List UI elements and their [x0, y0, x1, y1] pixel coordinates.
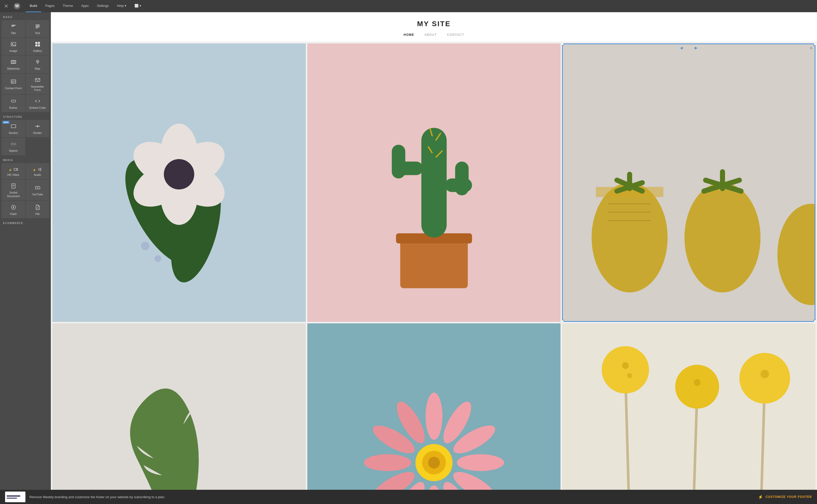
svg-point-68	[592, 183, 668, 292]
svg-point-52	[164, 159, 194, 190]
sidebar-item-newsletter-label: Newsletter Form	[28, 85, 47, 92]
svg-rect-2	[11, 25, 15, 26]
tab-help[interactable]: Help ▾	[113, 0, 130, 12]
sidebar-item-spacer[interactable]: Spacer	[2, 138, 25, 155]
sidebar-item-gallery-label: Gallery	[33, 49, 42, 53]
embed-icon	[35, 98, 40, 105]
sidebar-item-map[interactable]: Map	[26, 56, 49, 73]
sidebar-item-contact-form[interactable]: Contact Form	[2, 74, 25, 94]
sidebar-item-divider[interactable]: Divider	[26, 120, 49, 137]
sidebar-item-text[interactable]: Text	[26, 20, 49, 37]
site-nav-about[interactable]: ABOUT	[425, 33, 437, 37]
gallery-cell-flower[interactable]	[52, 43, 306, 322]
tab-build[interactable]: Build	[26, 0, 41, 12]
sidebar-item-slideshow[interactable]: Slideshow	[2, 56, 25, 73]
sidebar-item-gallery[interactable]: Gallery	[26, 38, 49, 55]
sidebar-item-flash-label: Flash	[10, 212, 17, 216]
spacer-icon	[11, 141, 16, 148]
map-icon	[35, 59, 40, 66]
file-icon	[35, 204, 40, 211]
site-nav-contact[interactable]: CONTACT	[447, 33, 465, 37]
sidebar-item-image[interactable]: Image	[2, 38, 25, 55]
svg-marker-39	[13, 206, 14, 209]
svg-point-18	[37, 61, 38, 62]
button-icon	[11, 98, 16, 105]
sidebar-item-title-label: Title	[11, 31, 16, 35]
svg-point-73	[685, 183, 761, 292]
svg-rect-4	[36, 25, 40, 25]
sidebar-item-spacer-label: Spacer	[9, 149, 18, 152]
sidebar-section-structure-label: STRUCTURE	[0, 112, 51, 120]
sidebar-item-file[interactable]: File	[26, 201, 49, 218]
site-nav-home[interactable]: HOME	[404, 33, 415, 37]
tab-theme[interactable]: Theme	[59, 0, 77, 12]
sidebar-section-ecommerce-label: ECOMMERCE	[0, 218, 51, 226]
svg-rect-30	[14, 168, 17, 170]
svg-rect-60	[392, 145, 405, 179]
sidebar-basic-grid: Title Text Image Gallery	[0, 20, 51, 112]
sidebar-item-section-label: Section	[9, 131, 18, 135]
audio-icon: ⚡	[33, 167, 42, 172]
svg-point-114	[761, 370, 769, 378]
sidebar-item-newsletter-form[interactable]: Newsletter Form	[26, 74, 49, 94]
sidebar-item-button[interactable]: Button	[2, 95, 25, 112]
sidebar-item-flash[interactable]: Flash	[2, 201, 25, 218]
svg-marker-37	[37, 187, 39, 188]
svg-rect-29	[11, 143, 16, 145]
sidebar-item-file-label: File	[35, 212, 40, 216]
sidebar-item-audio-label: Audio	[34, 173, 41, 177]
tab-pages[interactable]: Pages	[41, 0, 59, 12]
sidebar-item-hd-video-label: HD Video	[7, 173, 19, 177]
svg-point-108	[602, 346, 649, 393]
svg-text:W: W	[15, 4, 19, 8]
top-nav-tabs: Build Pages Theme Apps Settings Help ▾ ⬜…	[26, 0, 145, 12]
sidebar-item-audio[interactable]: ⚡ Audio	[26, 163, 49, 179]
svg-point-9	[12, 43, 13, 44]
svg-point-113	[694, 379, 701, 386]
svg-rect-62	[455, 162, 469, 195]
sidebar-item-embed-label: Embed Code	[29, 106, 45, 109]
canvas: MY SITE HOME ABOUT CONTACT	[51, 12, 817, 490]
svg-point-111	[622, 362, 629, 369]
svg-point-53	[141, 242, 149, 250]
site-header: MY SITE HOME ABOUT CONTACT	[51, 12, 817, 42]
sidebar-item-scribd[interactable]: Scribd Document	[2, 180, 25, 200]
svg-point-88	[426, 393, 442, 440]
sidebar-item-hd-video[interactable]: ⚡ HD Video	[2, 163, 25, 179]
gallery-section: ◀ ⋮⋮⋮ ▶ ✕	[51, 42, 817, 490]
close-button[interactable]: ✕	[2, 1, 10, 11]
customize-footer-button[interactable]: ⚡ CUSTOMIZE YOUR FOOTER	[758, 495, 812, 499]
tab-settings[interactable]: Settings	[93, 0, 113, 12]
gallery-cell-leaf[interactable]	[52, 323, 306, 490]
sidebar-item-divider-label: Divider	[33, 131, 42, 135]
svg-rect-6	[36, 27, 40, 27]
sidebar-item-contact-form-label: Contact Form	[5, 87, 22, 90]
svg-rect-7	[36, 28, 38, 28]
sidebar-item-embed-code[interactable]: Embed Code	[26, 95, 49, 112]
svg-rect-67	[562, 43, 815, 322]
gallery-cell-yellow[interactable]	[562, 323, 815, 490]
gallery-cell-cactus[interactable]	[307, 43, 561, 322]
slideshow-icon	[11, 59, 16, 66]
gallery-cell-gerbera[interactable]	[307, 323, 561, 490]
gallery-grid: ◀ ⋮⋮⋮ ▶ ✕	[51, 42, 817, 490]
top-nav: ✕ W Build Pages Theme Apps Settings Help…	[0, 0, 817, 12]
footer-preview-thumbnail	[5, 492, 25, 502]
tab-preview[interactable]: ⬜ ▾	[130, 0, 145, 12]
sidebar-item-section[interactable]: NEW Section	[2, 120, 25, 137]
svg-rect-11	[38, 42, 40, 44]
footer-bar: Remove Weebly branding and customize the…	[0, 490, 817, 504]
image-icon	[11, 41, 16, 48]
tab-apps[interactable]: Apps	[77, 0, 93, 12]
sidebar: BASIC Title Text Image	[0, 12, 51, 490]
sidebar-item-youtube[interactable]: YouTube	[26, 180, 49, 200]
svg-rect-25	[11, 100, 15, 102]
sidebar-item-title[interactable]: Title	[2, 20, 25, 37]
lightning-icon: ⚡	[758, 495, 763, 499]
site-nav: HOME ABOUT CONTACT	[56, 33, 812, 37]
contact-form-icon	[11, 79, 16, 85]
gallery-cell-pineapple[interactable]: ◀ ⋮⋮⋮ ▶ ✕	[562, 43, 815, 322]
svg-point-91	[457, 454, 504, 471]
svg-rect-20	[11, 80, 16, 83]
svg-point-54	[154, 255, 161, 262]
